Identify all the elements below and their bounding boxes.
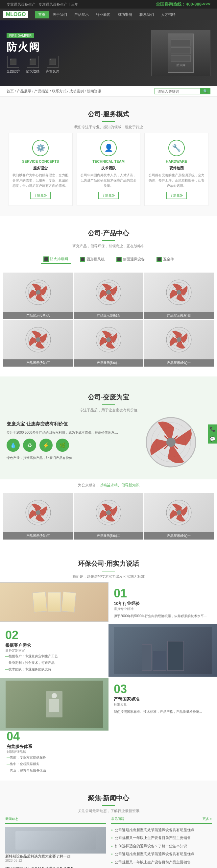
news-col-2-more[interactable]: 更多 » bbox=[203, 817, 212, 821]
cert-2 bbox=[48, 592, 61, 612]
mp-item-1[interactable]: 产品展示(6角)三 bbox=[3, 493, 73, 539]
strength-04-subtitle: 创新增强品牌 bbox=[7, 750, 210, 754]
strength-04-list-2: 售中：全程跟踪服务 bbox=[7, 761, 210, 767]
service-card-2-desc: 公司年内国内外技术人员，人才济济，以先进产品的研发技术保障产品的安全质量。 bbox=[80, 173, 137, 188]
strength-03-content: 03 严苛国家标准 标准质量 我们按照国家标准、技术标准，产品严格，产品质量检验… bbox=[108, 678, 217, 731]
service-card-2-cn: 技术团队 bbox=[80, 165, 137, 171]
service-section-title: 公司·服务模式 我们专注于专业、感知的领域，融化于行业 bbox=[0, 100, 217, 133]
mp-label-2: 产品展示(6角)二 bbox=[74, 532, 143, 539]
body bbox=[49, 699, 59, 712]
news-col-2: 常见问题 更多 » 公司近期推出新型高效节能通风设备具有明显优点 公司规模又一年… bbox=[111, 817, 212, 868]
news-col-1: 新闻动态 新特别设备品质解决方案大家要了解一些 2023-05-12 如何有效地… bbox=[5, 817, 106, 868]
cert-stack bbox=[30, 589, 79, 615]
side-phone-button[interactable]: 📞 bbox=[208, 425, 217, 434]
strength-02-list-1: 根据客户：专业量身定制生产工艺 bbox=[5, 653, 103, 659]
faq-item-5[interactable]: 公司规模又一年以上生产设备目前产品主要销售 bbox=[111, 860, 212, 865]
svg-point-29 bbox=[106, 337, 111, 342]
service-card-3: 🔧 HARDWARE 硬件范围 公司拥有完善的生产及检测系统，全力确保、每件工序… bbox=[144, 133, 209, 206]
hero-feature-3: ⬛ 弹簧复片 bbox=[46, 56, 59, 74]
equip-2 bbox=[153, 651, 166, 671]
product-section: 公司·产品中心 研究产品，倡导环保，引领商业，正在战略中 ⬛ 防火排烟阀 ⬛ 圆… bbox=[0, 216, 217, 376]
mp-img-2 bbox=[74, 493, 143, 532]
service-icon-2: 👤 bbox=[100, 140, 117, 156]
product-img-1 bbox=[144, 320, 214, 360]
product-item-3[interactable]: 产品展示(6角)三 bbox=[3, 320, 73, 367]
person-silhouette bbox=[46, 691, 62, 717]
svg-point-46 bbox=[36, 510, 40, 515]
service-card-1-more[interactable]: 了解更多 bbox=[30, 192, 51, 199]
mp-note: 为公众服务，以精益求精、倡导新知识 bbox=[0, 483, 217, 488]
mp-item-2[interactable]: 产品展示(6角)二 bbox=[74, 493, 143, 539]
hero-title: 防火阀 bbox=[7, 40, 59, 55]
waste-icon-1: 💧 bbox=[7, 439, 20, 452]
service-card-2-more[interactable]: 了解更多 bbox=[98, 192, 119, 199]
product-tab-1[interactable]: ⬛ 防火排烟阀 bbox=[41, 255, 71, 264]
waste-title: 公司·变废为宝 bbox=[7, 393, 210, 402]
service-title: 公司·服务模式 bbox=[7, 110, 210, 119]
search-input[interactable] bbox=[155, 88, 200, 94]
service-section: 公司·服务模式 我们专注于专业、感知的领域，融化于行业 ⚙️ SERVICE C… bbox=[0, 97, 217, 216]
product-item-2[interactable]: 产品展示(6角)二 bbox=[74, 320, 143, 367]
search-area: 🔍 bbox=[155, 88, 210, 94]
mp-img-1 bbox=[3, 493, 73, 532]
service-card-1-title: SERVICE CONCEPTS bbox=[12, 159, 69, 163]
product-img-4 bbox=[144, 273, 214, 312]
office-image bbox=[0, 678, 108, 731]
product-item-1[interactable]: 产品展示(6角)一 bbox=[144, 320, 214, 367]
news-item-2[interactable]: 如何有效地到大设备好处节通风设备又更多 bbox=[5, 866, 106, 868]
waste-divider bbox=[102, 404, 115, 405]
faq-item-1[interactable]: 公司近期推出新型高效节能通风设备具有明显优点 bbox=[111, 827, 212, 833]
nav-logo[interactable]: MLOGO bbox=[3, 11, 28, 18]
news-item-1[interactable]: 新特别设备品质解决方案大家要了解一些 2023-05-12 bbox=[5, 827, 106, 863]
mp-img-3 bbox=[144, 493, 214, 532]
product-item-5[interactable]: 产品展示(6角)五 bbox=[74, 273, 143, 319]
product-tab-2[interactable]: ⬛ 圆形排风机 bbox=[77, 255, 107, 264]
hero-section: FIRE DAMPER 防火阀 ⬛ 全面防护 ⬛ 防火遮挡 ⬛ 弹簧复片 防火阀 bbox=[0, 20, 217, 86]
product-section-title: 公司·产品中心 研究产品，倡导环保，引领商业，正在战略中 bbox=[0, 219, 217, 252]
strength-01-num: 01 bbox=[114, 588, 212, 599]
svg-point-41 bbox=[166, 438, 176, 447]
product-label-5: 产品展示(6角)五 bbox=[74, 312, 143, 319]
news-subtitle: 关注公司最新动态，了解行业最新资讯 bbox=[7, 808, 210, 813]
strength-03-desc: 我们按照国家标准、技术标准，产品严格，产品质量检验测... bbox=[114, 709, 212, 714]
faq-item-4[interactable]: 公司近期推出新型高效节能通风设备具有明显优点 bbox=[111, 851, 212, 857]
product-tab-4[interactable]: ⬛ 五金件 bbox=[154, 255, 177, 264]
equip-1 bbox=[142, 644, 152, 671]
strength-subtitle: 我们是，以先进的技术实力出发和实施为标准 bbox=[7, 574, 210, 579]
product-img-5 bbox=[74, 273, 143, 312]
feature-icon-3: ⬛ bbox=[47, 56, 59, 68]
strength-row-2: 02 根据客户需求 量身定制方案 根据客户：专业量身定制生产工艺 量身定制：独创… bbox=[0, 624, 217, 678]
nav-item-news[interactable]: 行业新闻 bbox=[93, 11, 114, 19]
nav-item-cases[interactable]: 成功案例 bbox=[115, 11, 135, 19]
product-item-4[interactable]: 产品展示(6角)四 bbox=[144, 273, 214, 319]
nav-item-about[interactable]: 关于我们 bbox=[49, 11, 70, 19]
strength-row-1: 01 10年行业经验 坚持专业精神 源于2000年到5000年行业内的经验积累，… bbox=[0, 582, 217, 624]
strength-01-title: 10年行业经验 bbox=[114, 601, 212, 607]
strength-03-img bbox=[0, 678, 108, 731]
damper-label: 防火阀 bbox=[177, 63, 185, 67]
nav-item-products[interactable]: 产品展示 bbox=[71, 11, 92, 19]
service-icon-3: 🔧 bbox=[168, 140, 185, 156]
strength-row-3: 03 严苛国家标准 标准质量 我们按照国家标准、技术标准，产品严格，产品质量检验… bbox=[0, 678, 217, 731]
strength-04-area: 04 完善服务体系 创新增强品牌 售前：专业方案提供服务 售中：全程跟踪服务 售… bbox=[0, 731, 217, 780]
service-card-3-more[interactable]: 了解更多 bbox=[166, 192, 187, 199]
nav-item-jobs[interactable]: 人才招聘 bbox=[158, 11, 179, 19]
product-img-2 bbox=[74, 320, 143, 360]
strength-section-title: 环保公司·用实力说话 我们是，以先进的技术实力出发和实施为标准 bbox=[0, 549, 217, 582]
faq-item-3[interactable]: 如何选择适合的通风设备？了解一些基本知识 bbox=[111, 843, 212, 849]
waste-content: 变废为宝 让废弃变成有利价值 专注于2000-5000多件产品的回收再利用，成为… bbox=[0, 416, 217, 469]
svg-point-35 bbox=[177, 337, 181, 342]
nav-item-home[interactable]: 首页 bbox=[35, 11, 49, 19]
faq-item-2[interactable]: 公司规模又一年以上生产设备目前产品主要销售 bbox=[111, 835, 212, 841]
top-bar: 专业通风设备生产 · 专注通风设备生产十三年 全国咨询热线：400-888-××… bbox=[0, 0, 217, 8]
news-col-1-title: 新闻动态 bbox=[5, 817, 106, 824]
search-button[interactable]: 🔍 bbox=[200, 88, 210, 94]
strength-02-subtitle: 量身定制方案 bbox=[5, 648, 103, 653]
product-item-6[interactable]: 产品展示(6角)六 bbox=[3, 273, 73, 319]
service-icon-1: ⚙️ bbox=[32, 140, 49, 156]
service-card-1: ⚙️ SERVICE CONCEPTS 服务理念 我们以客户为中心的服务理念，全… bbox=[8, 133, 73, 206]
mp-item-3[interactable]: 产品展示(6角)一 bbox=[144, 493, 214, 539]
product-tab-3[interactable]: ⬛ 侧面通风设备 bbox=[114, 255, 147, 264]
nav-item-contact[interactable]: 联系我们 bbox=[136, 11, 157, 19]
side-chat-button[interactable]: 💬 bbox=[208, 434, 217, 443]
